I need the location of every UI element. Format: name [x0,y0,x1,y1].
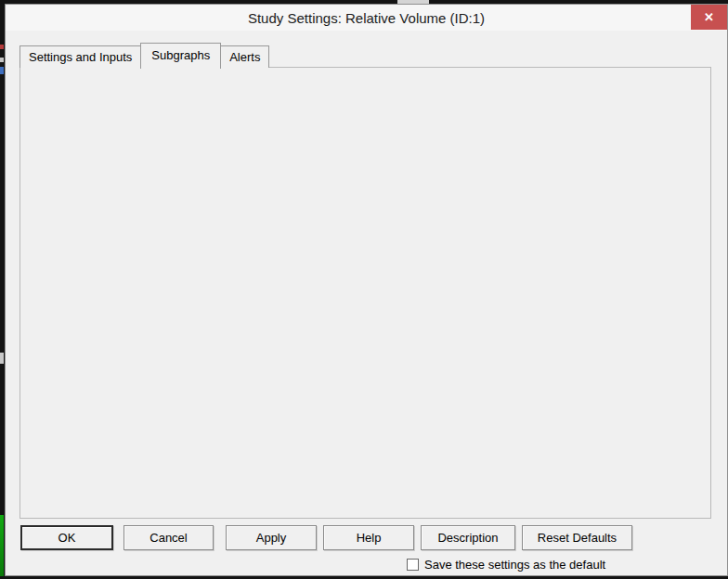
screen: Study Settings: Relative Volume (ID:1) ✕… [0,0,728,579]
tab-bar: Settings and Inputs Subgraphs Alerts [20,43,268,68]
background-artifact [0,45,4,49]
help-button[interactable]: Help [323,525,414,550]
study-settings-dialog: Study Settings: Relative Volume (ID:1) ✕… [5,4,728,576]
subgraphs-tab-page [20,67,711,519]
save-default-checkbox[interactable]: Save these settings as the default [407,558,605,572]
dialog-title: Study Settings: Relative Volume (ID:1) [6,10,727,26]
background-artifact [0,67,4,74]
background-artifact [0,353,4,364]
cancel-button[interactable]: Cancel [124,525,214,550]
tab-subgraphs[interactable]: Subgraphs [140,43,221,69]
apply-button[interactable]: Apply [226,525,317,550]
close-icon: ✕ [704,10,714,24]
description-button[interactable]: Description [421,525,515,550]
background-artifact [0,515,4,576]
close-button[interactable]: ✕ [691,5,727,30]
tab-alerts[interactable]: Alerts [220,45,269,68]
title-bar: Study Settings: Relative Volume (ID:1) ✕ [6,5,727,31]
background-artifact [0,58,4,62]
ok-button[interactable]: OK [20,525,113,550]
reset-defaults-button[interactable]: Reset Defaults [522,525,632,550]
tab-settings-and-inputs[interactable]: Settings and Inputs [20,45,141,68]
